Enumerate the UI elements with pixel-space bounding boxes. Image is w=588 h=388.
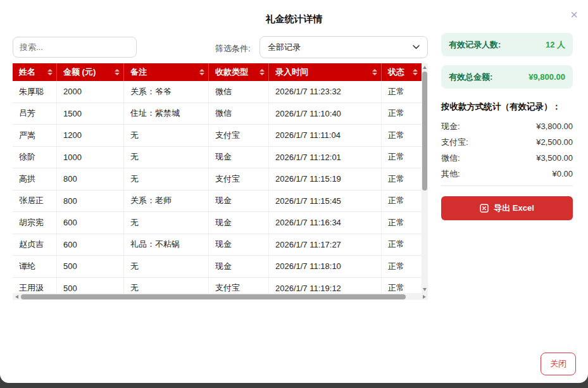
method-stats-list: 现金: ¥3,800.00 支付宝: ¥2,500.00 微信: ¥3,500.… — [441, 118, 573, 182]
table-cell: 胡宗宪 — [13, 212, 57, 234]
chevron-down-icon — [413, 45, 420, 49]
search-input[interactable] — [13, 37, 137, 58]
table-cell: 张居正 — [13, 191, 57, 212]
table-cell: 正常 — [382, 256, 422, 277]
divider — [441, 185, 573, 186]
table-cell: 朱厚聪 — [13, 81, 57, 103]
filter-selected-value: 全部记录 — [268, 42, 301, 53]
table-cell: 2026/1/7 11:23:32 — [269, 81, 382, 103]
table-cell: 礼品：不粘锅 — [124, 234, 209, 256]
table-row: 赵贞吉600礼品：不粘锅现金2026/1/7 11:17:27正常 — [13, 234, 428, 256]
table-row: 朱厚聪2000关系：爷爷微信2026/1/7 11:23:32正常 — [13, 81, 428, 103]
table-cell: 正常 — [382, 168, 422, 190]
method-label: 现金: — [441, 121, 460, 132]
valid-count-stat: 有效记录人数: 12 人 — [441, 33, 573, 56]
page-title: 礼金统计详情 — [0, 13, 588, 25]
table-cell: 1200 — [57, 125, 124, 146]
valid-total-stat: 有效总金额: ¥9,800.00 — [441, 65, 573, 89]
column-label: 录入时间 — [275, 66, 308, 78]
table-header-cell[interactable]: 收款类型 — [209, 63, 269, 81]
method-label: 微信: — [441, 153, 460, 164]
table-cell: 关系：老师 — [124, 191, 209, 212]
sort-icon — [372, 69, 377, 75]
sort-icon — [413, 69, 418, 75]
table-cell: 支付宝 — [209, 168, 269, 190]
table-row: 吕芳1500住址：紫禁城微信2026/1/7 11:10:40正常 — [13, 103, 428, 125]
valid-count-value: 12 人 — [546, 39, 565, 51]
vertical-scrollbar[interactable] — [422, 63, 428, 293]
table-cell: 2026/1/7 11:18:10 — [269, 256, 382, 277]
table-cell: 现金 — [209, 212, 269, 234]
scroll-left-icon[interactable] — [13, 293, 20, 300]
table-cell: 赵贞吉 — [13, 234, 57, 256]
excel-file-icon — [480, 204, 489, 213]
column-label: 备注 — [130, 66, 147, 78]
table-cell: 600 — [57, 212, 124, 234]
filter-select[interactable]: 全部记录 — [260, 36, 428, 58]
table-cell: 支付宝 — [209, 125, 269, 146]
table-cell: 严嵩 — [13, 125, 57, 146]
export-excel-label: 导出 Excel — [494, 203, 534, 214]
table-cell: 吕芳 — [13, 103, 57, 125]
sort-icon — [47, 69, 53, 75]
table-header-cell[interactable]: 姓名 — [13, 63, 57, 81]
table-row: 谭纶500无现金2026/1/7 11:18:10正常 — [13, 256, 428, 278]
table-cell: 2026/1/7 11:15:45 — [269, 191, 382, 212]
method-value: ¥2,500.00 — [536, 137, 573, 147]
column-label: 金额 (元) — [63, 66, 96, 78]
scroll-right-icon[interactable] — [420, 293, 428, 300]
table-cell: 正常 — [382, 147, 422, 168]
table-cell: 高拱 — [13, 168, 57, 190]
table-cell: 现金 — [209, 234, 269, 256]
table-row: 胡宗宪600无现金2026/1/7 11:16:34正常 — [13, 212, 428, 234]
table-cell: 2026/1/7 11:16:34 — [269, 212, 382, 234]
table-cell: 无 — [124, 212, 209, 234]
table-cell: 无 — [124, 125, 209, 146]
table-cell: 徐阶 — [13, 147, 57, 168]
close-icon[interactable]: × — [570, 8, 578, 21]
table-header-cell[interactable]: 备注 — [124, 63, 209, 81]
table-cell: 2000 — [57, 81, 124, 103]
horizontal-scrollbar-thumb[interactable] — [21, 294, 406, 299]
valid-total-label: 有效总金额: — [449, 72, 492, 83]
table-cell: 微信 — [209, 103, 269, 125]
table-cell: 现金 — [209, 256, 269, 277]
table-cell: 无 — [124, 147, 209, 168]
table-cell: 谭纶 — [13, 256, 57, 277]
table-cell: 600 — [57, 234, 124, 256]
table-cell: 正常 — [382, 212, 422, 234]
method-stat-row: 其他: ¥0.00 — [441, 166, 573, 182]
table-cell: 关系：爷爷 — [124, 81, 209, 103]
close-button[interactable]: 关闭 — [541, 353, 576, 375]
table-cell: 无 — [124, 256, 209, 277]
table-header-cell[interactable]: 金额 (元) — [57, 63, 124, 81]
table-header-row: 姓名 金额 (元) 备注 收款类型 录入时间 状态 — [13, 63, 428, 81]
table-cell: 1000 — [57, 147, 124, 168]
table-cell: 现金 — [209, 191, 269, 212]
export-excel-button[interactable]: 导出 Excel — [441, 196, 573, 220]
vertical-scrollbar-thumb[interactable] — [422, 72, 427, 191]
method-stat-row: 现金: ¥3,800.00 — [441, 118, 573, 134]
method-label: 其他: — [441, 168, 460, 180]
table-header-cell[interactable]: 录入时间 — [269, 63, 382, 81]
table-cell: 2026/1/7 11:17:27 — [269, 234, 382, 256]
table-cell: 2026/1/7 11:11:04 — [269, 125, 382, 146]
method-value: ¥3,500.00 — [536, 153, 573, 163]
table-cell: 2026/1/7 11:12:01 — [269, 147, 382, 168]
horizontal-scrollbar[interactable] — [13, 293, 428, 300]
scroll-up-icon[interactable] — [422, 63, 428, 71]
column-label: 收款类型 — [215, 66, 248, 78]
table-cell: 2026/1/7 11:10:40 — [269, 103, 382, 125]
scroll-down-icon[interactable] — [422, 285, 428, 293]
gift-stats-modal: 礼金统计详情 × 筛选条件: 全部记录 姓名 金额 (元) 备注 收款类型 录入… — [0, 0, 588, 383]
table-cell: 正常 — [382, 125, 422, 146]
filter-label: 筛选条件: — [215, 43, 251, 54]
method-stat-row: 微信: ¥3,500.00 — [441, 150, 573, 166]
table-row: 严嵩1200无支付宝2026/1/7 11:11:04正常 — [13, 125, 428, 147]
table-header-cell[interactable]: 状态 — [382, 63, 422, 81]
table-body: 朱厚聪2000关系：爷爷微信2026/1/7 11:23:32正常吕芳1500住… — [13, 81, 428, 299]
table-cell: 现金 — [209, 147, 269, 168]
sort-icon — [260, 69, 265, 75]
table-row: 张居正800关系：老师现金2026/1/7 11:15:45正常 — [13, 191, 428, 213]
table-row: 徐阶1000无现金2026/1/7 11:12:01正常 — [13, 147, 428, 169]
